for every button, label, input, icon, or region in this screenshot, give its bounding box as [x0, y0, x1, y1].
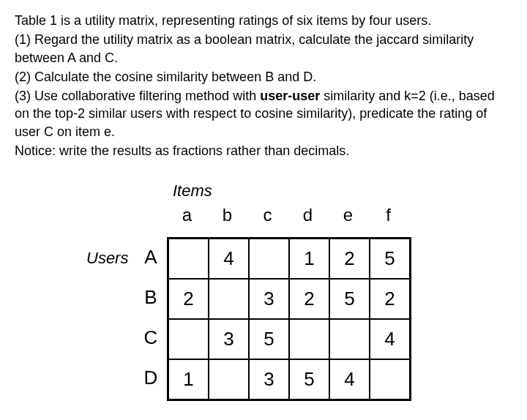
cell-A-b: 4	[209, 239, 249, 279]
row-header-D: D	[135, 358, 167, 398]
cell-A-c	[249, 239, 289, 279]
row-header-C: C	[135, 318, 167, 358]
cell-A-f: 5	[370, 239, 410, 279]
problem-statement: Table 1 is a utility matrix, representin…	[15, 12, 512, 160]
col-header-a: a	[167, 203, 207, 227]
cell-A-e: 2	[329, 239, 370, 279]
cell-D-d: 5	[289, 359, 329, 400]
intro-text: Table 1 is a utility matrix, representin…	[15, 12, 512, 29]
utility-matrix-table: Items a b c d e f Users A B C D 4 1 2 5 …	[15, 180, 512, 401]
cell-B-f: 2	[370, 279, 410, 319]
cell-B-b	[209, 279, 249, 319]
q3-pre: (3) Use collaborative filtering method w…	[15, 89, 260, 103]
row-header-B: B	[135, 277, 167, 318]
col-header-f: f	[368, 203, 408, 227]
cell-C-e	[329, 319, 370, 359]
col-header-c: c	[247, 203, 288, 227]
cell-C-c: 5	[249, 319, 289, 359]
cell-D-f	[370, 359, 410, 400]
col-header-d: d	[288, 203, 328, 227]
items-axis-label: Items	[173, 180, 512, 202]
col-header-b: b	[207, 203, 247, 227]
cell-D-a: 1	[168, 359, 209, 400]
cell-A-d: 1	[289, 239, 329, 279]
row-header-A: A	[135, 237, 167, 277]
q3-bold: user-user	[260, 89, 320, 103]
question-2: (2) Calculate the cosine similarity betw…	[15, 68, 512, 86]
cell-B-e: 5	[329, 279, 370, 319]
column-headers: a b c d e f	[167, 203, 512, 227]
cell-B-c: 3	[249, 279, 289, 319]
matrix-grid: 4 1 2 5 2 3 2 5 2 3 5 4 1 3 5 4	[167, 237, 411, 401]
cell-C-d	[289, 319, 329, 359]
notice-text: Notice: write the results as fractions r…	[15, 142, 512, 160]
cell-D-c: 3	[249, 359, 289, 400]
question-3: (3) Use collaborative filtering method w…	[15, 87, 512, 140]
cell-C-f: 4	[370, 319, 410, 359]
cell-C-a	[168, 319, 209, 359]
cell-D-e: 4	[329, 359, 370, 400]
row-headers: A B C D	[135, 237, 167, 398]
cell-D-b	[209, 359, 249, 400]
cell-B-d: 2	[289, 279, 329, 319]
question-1: (1) Regard the utility matrix as a boole…	[15, 31, 512, 67]
cell-B-a: 2	[168, 279, 209, 319]
cell-C-b: 3	[209, 319, 249, 359]
users-axis-label: Users	[86, 237, 135, 269]
col-header-e: e	[328, 203, 368, 227]
cell-A-a	[168, 239, 209, 279]
